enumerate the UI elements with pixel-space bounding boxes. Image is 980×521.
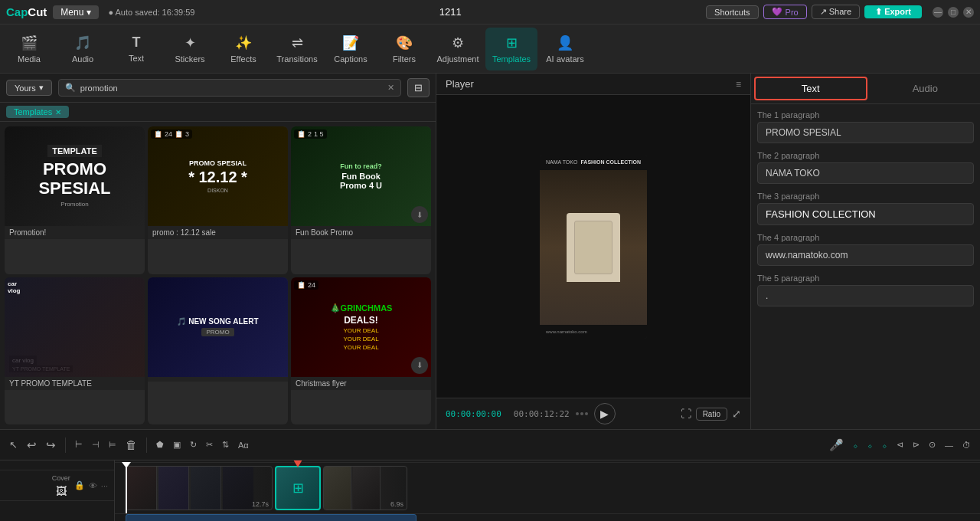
player-actions: ⛶ Ratio ⤢	[681, 408, 741, 421]
tl-sep-1	[65, 437, 66, 453]
right-panel-tabs: Text Audio	[751, 74, 980, 104]
toolbar-media[interactable]: 🎬 Media	[3, 28, 55, 70]
filters-icon: 🎨	[396, 34, 413, 51]
toolbar-ai-avatars[interactable]: 👤 AI avatars	[539, 28, 591, 70]
template-badge-1212: 📋24 📋3	[151, 129, 192, 139]
toolbar-audio[interactable]: 🎵 Audio	[57, 28, 109, 70]
audio-icon: 🎵	[74, 34, 91, 51]
mask-button[interactable]: ⬟	[153, 437, 167, 453]
search-icon: 🔍	[65, 83, 76, 93]
export-button[interactable]: ⬆ Export	[864, 5, 922, 18]
text-on-button[interactable]: Aα	[235, 437, 252, 453]
toolbar-captions[interactable]: 📝 Captions	[325, 28, 377, 70]
keyframe-button[interactable]: ⬦	[850, 437, 861, 453]
templates-tag[interactable]: Templates ✕	[6, 106, 69, 118]
trim-button[interactable]: ✂	[203, 437, 216, 453]
keyframe2-button[interactable]: ⬦	[864, 437, 876, 453]
download-christmas-icon[interactable]: ⬇	[411, 357, 428, 374]
minimize-button[interactable]: —	[933, 7, 943, 18]
template-track-row: 📋 Templates 00:00:12:22 ▼ Hide	[115, 514, 980, 521]
main-area: Yours ▾ 🔍 ✕ ⊟ Templates ✕	[0, 74, 980, 429]
split-end-button[interactable]: ⊣	[89, 437, 103, 453]
toolbar-filters[interactable]: 🎨 Filters	[378, 28, 430, 70]
template-card-ytpromo[interactable]: car vlog YT PROMO TEMPLATE carvlog YT PR…	[5, 277, 145, 425]
filter-button[interactable]: ⊟	[407, 78, 430, 97]
ai-avatars-icon: 👤	[557, 34, 573, 51]
clip3-label: 6.9s	[390, 500, 403, 508]
tab-text[interactable]: Text	[754, 77, 867, 100]
template-label-promotion: Promotion!	[5, 226, 145, 239]
autosave-status: ● Auto saved: 16:39:59	[108, 8, 194, 17]
template-card-promotion[interactable]: TEMPLATE PROMOSPESIAL Promotion Promotio…	[5, 126, 145, 274]
transition-left-button[interactable]: ⊲	[893, 437, 906, 453]
filter-icon: ⊟	[414, 82, 423, 93]
expand-button[interactable]: ⤢	[732, 408, 741, 421]
top-actions: Shortcuts 💜 Pro ↗ Share ⬆ Export — □ ✕	[706, 5, 974, 19]
keyframe3-button[interactable]: ⬦	[879, 437, 890, 453]
tab-audio[interactable]: Audio	[871, 77, 981, 103]
playhead-head	[122, 462, 131, 468]
clip-2[interactable]: ⊞	[275, 466, 321, 510]
toolbar-adjustment[interactable]: ⚙ Adjustment	[432, 28, 484, 70]
menu-button[interactable]: Menu ▾	[53, 5, 99, 19]
timeline-toolbar: ↖ ↩ ↪ ⊢ ⊣ ⊨ 🗑 ⬟ ▣ ↻ ✂ ⇅ Aα 🎤 ⬦ ⬦ ⬦ ⊲ ⊳ ⊙…	[0, 430, 980, 460]
template-card-1212[interactable]: PROMO SPESIAL * 12.12 * DISKON 📋24 📋3 pr…	[148, 126, 288, 274]
speed-button[interactable]: ⊙	[926, 437, 939, 453]
template-label-ytpromo: YT PROMO TEMPLATE	[5, 377, 145, 390]
rotate-button[interactable]: ↻	[187, 437, 200, 453]
template-card-funbook[interactable]: Fun to read? Fun BookPromo 4 U 📋2 1 5 ⬇ …	[291, 126, 431, 274]
search-input[interactable]	[80, 84, 383, 93]
pro-button[interactable]: 💜 Pro	[763, 5, 807, 19]
settings-button[interactable]: ⏱	[959, 437, 974, 453]
timeline-content: Cover 🖼 🔒 👁 ··· 00:00 00:05 00:10 00:15 …	[0, 460, 980, 521]
cursor-tool[interactable]: ↖	[6, 436, 21, 454]
paragraph-5: The 5 paragraph .	[757, 274, 974, 306]
more-icon[interactable]: ···	[101, 481, 108, 490]
clear-search-icon[interactable]: ✕	[387, 83, 394, 93]
category-dropdown[interactable]: Yours ▾	[6, 80, 52, 96]
redo-button[interactable]: ↪	[43, 435, 59, 455]
lock-icon[interactable]: 🔒	[74, 480, 85, 490]
clip1-label: 12.7s	[252, 500, 269, 508]
toolbar-effects[interactable]: ✨ Effects	[217, 28, 270, 70]
mic-button[interactable]: 🎤	[826, 435, 847, 455]
template-label-christmas: Christmas flyer	[291, 377, 431, 390]
shortcuts-button[interactable]: Shortcuts	[706, 5, 758, 19]
download-funbook-icon[interactable]: ⬇	[411, 206, 428, 223]
player-header: Player ≡	[436, 74, 750, 95]
share-button[interactable]: ↗ Share	[812, 5, 860, 19]
templates-icon: ⊞	[506, 34, 518, 51]
fullscreen-button[interactable]: ⛶	[681, 408, 691, 421]
tag-close-icon[interactable]: ✕	[55, 108, 61, 116]
player-time-total: 00:00:12:22	[514, 409, 570, 419]
panel-header: Yours ▾ 🔍 ✕ ⊟	[0, 74, 436, 103]
stickers-icon: ✦	[185, 34, 196, 51]
toolbar-transitions[interactable]: ⇌ Transitions	[271, 28, 323, 70]
toolbar-text[interactable]: T Text	[110, 28, 162, 70]
right-panel: Text Audio The 1 paragraph PROMO SPESIAL…	[750, 74, 980, 429]
delete-button[interactable]: 🗑	[122, 435, 140, 454]
flip-button[interactable]: ⇅	[219, 437, 232, 453]
template-card-christmas[interactable]: 🎄GRINCHMAS DEALS! YOUR DEAL YOUR DEAL YO…	[291, 277, 431, 425]
maximize-button[interactable]: □	[948, 7, 959, 18]
play-button[interactable]: ▶	[594, 403, 616, 424]
close-button[interactable]: ✕	[963, 7, 974, 18]
undo-button[interactable]: ↩	[24, 435, 40, 455]
volume-button[interactable]: —	[942, 437, 956, 453]
clip-2-wrapper: Replace ⊞	[275, 466, 321, 510]
frame-button[interactable]: ▣	[170, 437, 184, 453]
player-content: NAMA TOKO FASHION COLLECTION www.namatok…	[436, 95, 750, 398]
clip-3[interactable]: 6.9s	[323, 466, 407, 510]
toolbar-templates[interactable]: ⊞ Templates	[485, 28, 537, 70]
tl-right-tools: 🎤 ⬦ ⬦ ⬦ ⊲ ⊳ ⊙ — ⏱	[826, 435, 974, 455]
player-menu-icon[interactable]: ≡	[736, 79, 741, 90]
template-badge-funbook: 📋2 1 5	[294, 129, 327, 139]
transition-right-button[interactable]: ⊳	[910, 437, 923, 453]
split-start-button[interactable]: ⊢	[72, 437, 86, 453]
clip-1[interactable]: 12.7s	[126, 466, 273, 510]
toolbar-stickers[interactable]: ✦ Stickers	[164, 28, 216, 70]
eye-icon[interactable]: 👁	[89, 481, 97, 490]
split-mid-button[interactable]: ⊨	[106, 437, 119, 453]
ratio-button[interactable]: Ratio	[696, 408, 727, 421]
template-card-newsong[interactable]: 🎵 NEW SONG ALERT PROMO	[148, 277, 288, 425]
